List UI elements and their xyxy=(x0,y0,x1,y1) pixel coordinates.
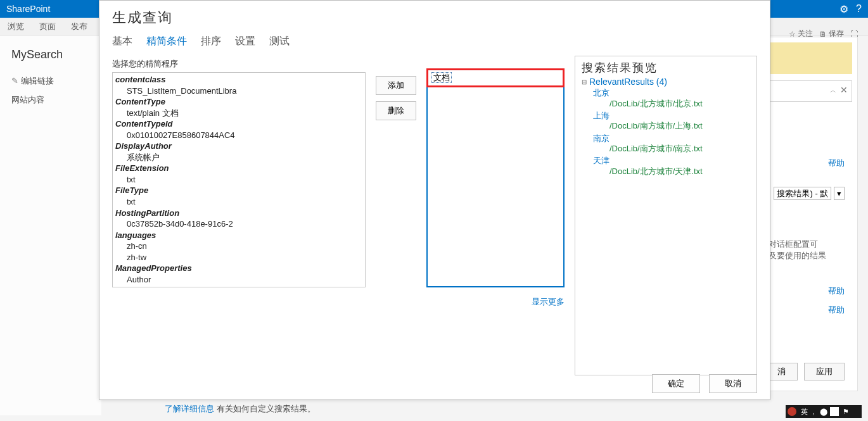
result-title[interactable]: 上海 xyxy=(582,111,750,121)
svg-text:,: , xyxy=(812,408,814,415)
selected-refiner-item[interactable]: 文档 xyxy=(428,70,563,86)
learn-more-link[interactable]: 了解详细信息 xyxy=(165,404,214,413)
refiner-value[interactable]: zh-tw xyxy=(115,252,362,263)
svg-rect-5 xyxy=(830,407,839,416)
bg-cancel-button[interactable]: 消 xyxy=(765,363,798,380)
refiner-heading[interactable]: DisplayAuthor xyxy=(115,141,362,152)
refiner-value[interactable]: txt xyxy=(115,196,362,208)
result-source-dropdown[interactable]: 搜索结果) - 默 xyxy=(774,187,831,200)
help-icon[interactable]: ? xyxy=(856,3,862,15)
close-icon[interactable]: ✕ xyxy=(840,85,848,95)
result-path: /DocLib/北方城市/天津.txt xyxy=(582,166,750,177)
sharepoint-brand: SharePoint xyxy=(6,4,50,14)
dialog-tabs: 基本 精简条件 排序 设置 测试 xyxy=(99,32,770,53)
tab-settings[interactable]: 设置 xyxy=(235,32,255,51)
dialog-title: 生成查询 xyxy=(99,1,770,32)
left-nav: MySearch 编辑链接 网站内容 xyxy=(0,35,101,415)
refiner-value[interactable]: Author xyxy=(115,274,362,286)
result-path: /DocLib/北方城市/北京.txt xyxy=(582,98,750,110)
refiner-value[interactable]: zh-cn xyxy=(115,241,362,252)
refiner-value[interactable]: txt xyxy=(115,174,362,185)
dropdown-arrow-icon[interactable]: ▾ xyxy=(834,187,845,200)
refiner-section-label: 选择您的精简程序 xyxy=(112,56,366,72)
side-text-2: 及要使用的结果 xyxy=(769,250,845,261)
chevron-icon[interactable]: ︿ xyxy=(830,86,836,95)
refiner-heading[interactable]: contentclass xyxy=(115,74,362,85)
svg-text:英: 英 xyxy=(801,408,808,415)
ribbon-tab-page[interactable]: 页面 xyxy=(32,18,63,35)
preview-title: 搜索结果预览 xyxy=(582,59,750,77)
refiner-value[interactable]: 0x01010027E858607844AC4 xyxy=(115,130,362,141)
result-title[interactable]: 南京 xyxy=(582,134,750,144)
results-list: 北京 /DocLib/北方城市/北京.txt上海 /DocLib/南方城市/上海… xyxy=(582,88,750,177)
ribbon-tab-publish[interactable]: 发布 xyxy=(63,18,95,35)
result-path: /DocLib/南方城市/南京.txt xyxy=(582,143,750,154)
refiner-heading[interactable]: ManagedProperties xyxy=(115,263,362,274)
remove-button[interactable]: 删除 xyxy=(376,101,416,120)
refiner-value[interactable]: AuthorOWSUSER xyxy=(115,285,362,287)
tab-refiners[interactable]: 精简条件 xyxy=(146,32,187,51)
selected-refiners-box[interactable]: 文档 xyxy=(426,68,565,287)
tab-test[interactable]: 测试 xyxy=(269,32,290,51)
preview-panel: 搜索结果预览 RelevantResults (4) 北京 /DocLib/北方… xyxy=(575,56,757,375)
side-text-1: 对话框配置可 xyxy=(769,239,845,250)
build-query-dialog: 生成查询 基本 精简条件 排序 设置 测试 选择您的精简程序 contentcl… xyxy=(99,0,770,400)
nav-site-content[interactable]: 网站内容 xyxy=(0,91,101,110)
learn-more: 了解详细信息 有关如何自定义搜索结果。 xyxy=(165,403,316,415)
result-title[interactable]: 天津 xyxy=(582,156,750,166)
help-link-3[interactable]: 帮助 xyxy=(828,305,845,316)
svg-text:⬤: ⬤ xyxy=(820,408,827,416)
svg-text:⚑: ⚑ xyxy=(843,408,849,415)
refiner-heading[interactable]: ContentType xyxy=(115,96,362,108)
ime-bar: 英 , ⬤ ⚑ xyxy=(786,405,862,420)
ok-button[interactable]: 确定 xyxy=(652,374,700,393)
add-button[interactable]: 添加 xyxy=(376,76,416,95)
refiner-heading[interactable]: FileExtension xyxy=(115,163,362,174)
bg-apply-button[interactable]: 应用 xyxy=(804,363,845,380)
gear-icon[interactable]: ⚙ xyxy=(839,3,848,15)
refiner-value[interactable]: text/plain 文档 xyxy=(115,108,362,119)
refiner-value[interactable]: 0c37852b-34d0-418e-91c6-2 xyxy=(115,218,362,230)
nav-edit-links[interactable]: 编辑链接 xyxy=(0,72,101,91)
refiner-heading[interactable]: FileType xyxy=(115,185,362,196)
help-link-2[interactable]: 帮助 xyxy=(828,286,845,297)
refiner-heading[interactable]: ContentTypeId xyxy=(115,118,362,130)
result-title[interactable]: 北京 xyxy=(582,88,750,98)
show-more-link[interactable]: 显示更多 xyxy=(532,297,565,306)
result-path: /DocLib/南方城市/上海.txt xyxy=(582,120,750,132)
refiner-listbox[interactable]: contentclassSTS_ListItem_DocumentLibraCo… xyxy=(112,72,366,287)
refiner-heading[interactable]: languages xyxy=(115,230,362,241)
svg-point-1 xyxy=(788,407,796,416)
refiner-value[interactable]: STS_ListItem_DocumentLibra xyxy=(115,85,362,97)
relevant-results-toggle[interactable]: RelevantResults (4) xyxy=(582,77,750,87)
nav-title: MySearch xyxy=(0,42,101,72)
refiner-heading[interactable]: HostingPartition xyxy=(115,208,362,219)
refiner-value[interactable]: 系统帐户 xyxy=(115,152,362,163)
ribbon-tab-browse[interactable]: 浏览 xyxy=(0,18,32,35)
help-link-1[interactable]: 帮助 xyxy=(828,158,845,169)
tab-basic[interactable]: 基本 xyxy=(112,32,132,51)
cancel-button[interactable]: 取消 xyxy=(709,374,757,393)
tab-sort[interactable]: 排序 xyxy=(201,32,221,51)
